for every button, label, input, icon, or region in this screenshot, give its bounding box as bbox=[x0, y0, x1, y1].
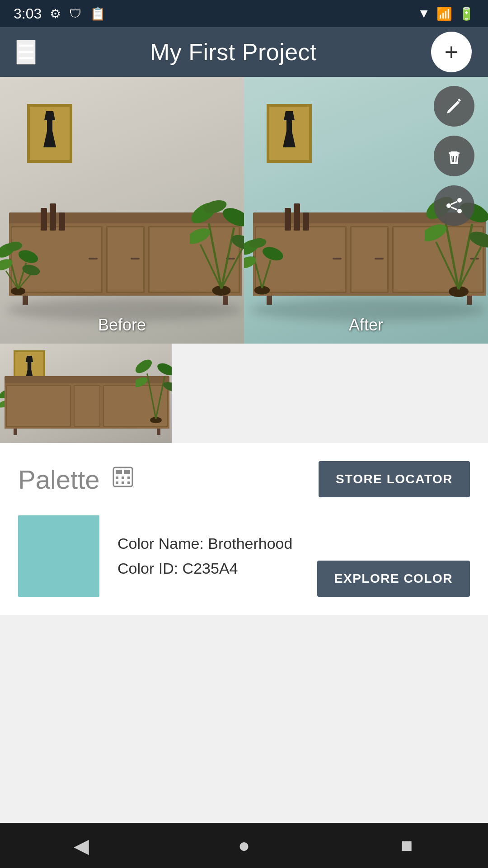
recents-icon: ■ bbox=[401, 834, 413, 857]
svg-line-30 bbox=[436, 242, 459, 289]
plant-right-before bbox=[190, 190, 244, 307]
content-area: Before bbox=[0, 77, 488, 823]
calculator-icon bbox=[111, 465, 135, 494]
signal-icon: 📶 bbox=[436, 6, 452, 21]
share-button[interactable] bbox=[434, 185, 474, 226]
svg-line-41 bbox=[451, 202, 457, 204]
status-bar: 3:03 ⚙ 🛡 📋 ▼ 📶 🔋 bbox=[0, 0, 488, 27]
wall-art-after bbox=[267, 104, 312, 163]
back-button[interactable]: ◀ bbox=[63, 827, 99, 863]
wall-art-before bbox=[27, 104, 72, 163]
svg-line-52 bbox=[156, 377, 164, 419]
plant-left-before bbox=[0, 226, 41, 307]
svg-rect-64 bbox=[122, 481, 124, 484]
after-label: After bbox=[244, 316, 488, 335]
add-button[interactable]: + bbox=[431, 32, 472, 72]
svg-line-29 bbox=[459, 224, 472, 289]
svg-line-13 bbox=[201, 245, 221, 289]
svg-point-54 bbox=[155, 361, 172, 377]
svg-rect-61 bbox=[122, 476, 124, 479]
toolbar: ☰ My First Project + bbox=[0, 27, 488, 77]
back-icon: ◀ bbox=[74, 834, 89, 857]
svg-point-53 bbox=[136, 357, 154, 376]
svg-line-12 bbox=[221, 228, 234, 289]
home-icon: ● bbox=[238, 834, 250, 857]
decor-before bbox=[41, 203, 65, 231]
before-after-row: Before bbox=[0, 77, 488, 344]
mini-plant-right bbox=[136, 350, 172, 432]
color-name-value: Brotherhood bbox=[208, 535, 292, 552]
svg-rect-58 bbox=[116, 470, 122, 474]
palette-title: Palette bbox=[18, 464, 100, 495]
svg-point-24 bbox=[261, 245, 285, 263]
color-name-row: Color Name: Brotherhood bbox=[117, 535, 299, 552]
palette-left: Palette bbox=[18, 464, 135, 495]
plant-left-after bbox=[244, 222, 287, 307]
svg-point-40 bbox=[457, 209, 462, 213]
color-row: Color Name: Brotherhood Color ID: C235A4… bbox=[18, 515, 470, 597]
status-right: ▼ 📶 🔋 bbox=[418, 6, 474, 21]
wifi-icon: ▼ bbox=[418, 6, 430, 21]
svg-line-42 bbox=[451, 207, 457, 210]
palette-header: Palette STORE LOCATOR bbox=[18, 461, 470, 497]
color-id-row: Color ID: C235A4 bbox=[117, 560, 299, 577]
svg-point-8 bbox=[21, 263, 41, 277]
svg-rect-63 bbox=[116, 481, 118, 484]
color-id-label: Color ID: bbox=[117, 560, 178, 577]
svg-rect-60 bbox=[116, 476, 118, 479]
single-image bbox=[0, 344, 172, 443]
color-id-value: C235A4 bbox=[183, 560, 238, 577]
delete-button[interactable] bbox=[434, 136, 474, 176]
status-left: 3:03 ⚙ 🛡 📋 bbox=[14, 5, 106, 22]
svg-rect-62 bbox=[127, 476, 130, 479]
before-label: Before bbox=[0, 316, 244, 335]
page-title: My First Project bbox=[150, 38, 317, 66]
single-image-row bbox=[0, 344, 488, 443]
before-panel: Before bbox=[0, 77, 244, 344]
svg-point-38 bbox=[457, 198, 462, 203]
svg-rect-65 bbox=[127, 481, 130, 484]
share-icon bbox=[444, 196, 464, 216]
battery-icon: 🔋 bbox=[459, 6, 474, 21]
action-buttons bbox=[434, 86, 474, 226]
decor-after bbox=[285, 203, 309, 231]
svg-rect-59 bbox=[124, 470, 130, 474]
svg-point-6 bbox=[17, 248, 40, 265]
svg-line-11 bbox=[209, 223, 221, 288]
svg-line-22 bbox=[262, 260, 271, 288]
svg-point-39 bbox=[446, 203, 451, 208]
color-name-label: Color Name: bbox=[117, 535, 204, 552]
svg-point-55 bbox=[136, 375, 149, 390]
explore-color-button[interactable]: EXPLORE COLOR bbox=[317, 561, 470, 597]
bottom-nav: ◀ ● ■ bbox=[0, 823, 488, 868]
svg-rect-37 bbox=[450, 151, 458, 153]
palette-section: Palette STORE LOCATOR bbox=[0, 443, 488, 615]
svg-line-51 bbox=[147, 373, 156, 419]
svg-line-28 bbox=[445, 219, 459, 289]
edit-button[interactable] bbox=[434, 86, 474, 127]
status-time: 3:03 bbox=[14, 5, 42, 22]
shield-icon: 🛡 bbox=[69, 6, 82, 21]
home-button[interactable]: ● bbox=[226, 827, 262, 863]
delete-icon bbox=[444, 146, 464, 166]
gear-icon: ⚙ bbox=[50, 6, 61, 21]
menu-button[interactable]: ☰ bbox=[16, 40, 36, 65]
store-locator-button[interactable]: STORE LOCATOR bbox=[319, 461, 470, 497]
recents-button[interactable]: ■ bbox=[389, 827, 425, 863]
edit-icon bbox=[444, 96, 464, 116]
color-swatch bbox=[18, 515, 99, 597]
color-info: Color Name: Brotherhood Color ID: C235A4 bbox=[117, 535, 299, 577]
sim-icon: 📋 bbox=[90, 6, 106, 21]
